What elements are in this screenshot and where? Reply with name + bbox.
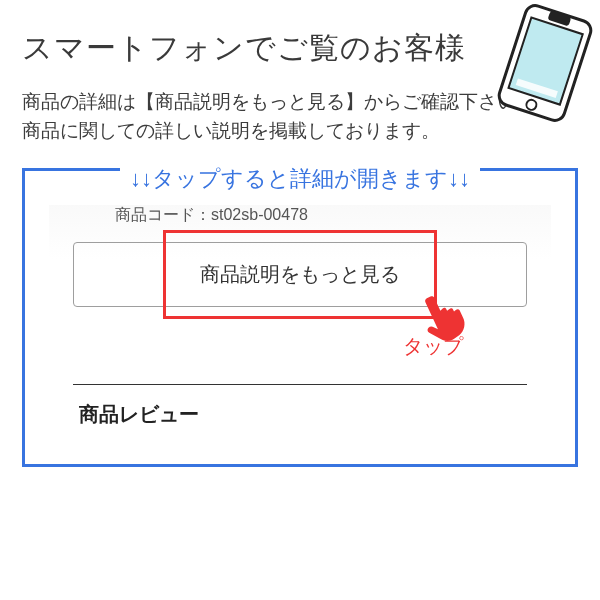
description-line-2: 商品に関しての詳しい説明を掲載しております。 bbox=[22, 120, 440, 141]
review-heading: 商品レビュー bbox=[79, 401, 533, 428]
divider bbox=[73, 384, 527, 385]
product-code: 商品コード：st02sb-00478 bbox=[115, 205, 533, 226]
product-code-label: 商品コード： bbox=[115, 206, 211, 223]
product-code-value: st02sb-00478 bbox=[211, 206, 308, 223]
panel-header: ↓↓タップすると詳細が開きます↓↓ bbox=[120, 164, 480, 194]
instruction-panel: 商品コード：st02sb-00478 商品説明をもっと見る タップ 商品レビュー bbox=[22, 168, 578, 467]
description-line-1: 商品の詳細は【商品説明をもっと見る】からご確認下さい。 bbox=[22, 91, 535, 112]
page-title: スマートフォンでご覧のお客様 bbox=[22, 28, 578, 69]
expand-button-label: 商品説明をもっと見る bbox=[200, 263, 400, 285]
tap-label: タップ bbox=[67, 333, 463, 360]
smartphone-icon bbox=[493, 0, 597, 127]
